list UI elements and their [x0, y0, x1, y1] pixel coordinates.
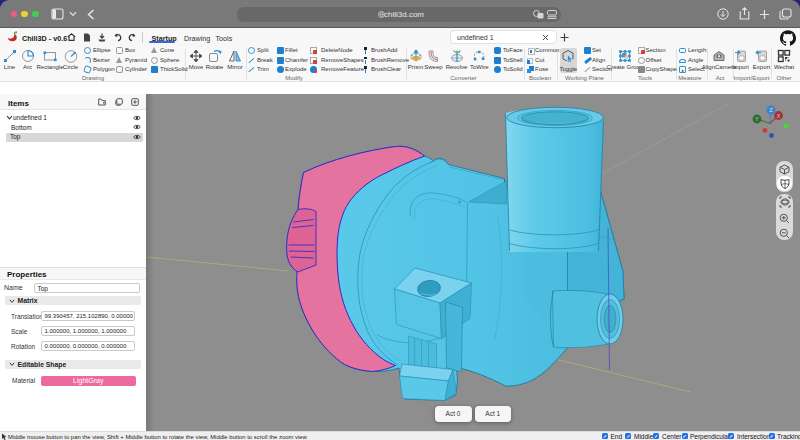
svg-text:Z: Z: [769, 107, 772, 113]
